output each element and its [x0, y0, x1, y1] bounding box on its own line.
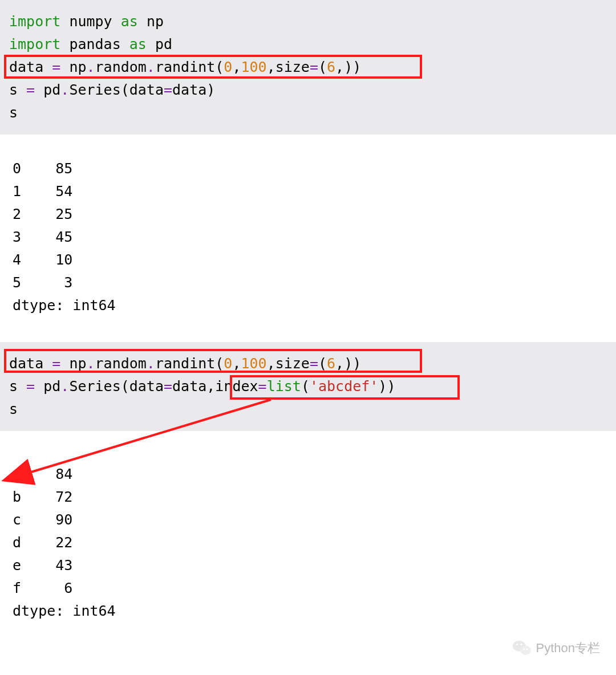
- series-value: 25: [55, 206, 72, 222]
- code-line: s = pd.Series(data=data,index=list('abcd…: [9, 375, 607, 398]
- var-data: data: [9, 355, 52, 372]
- code-line: s: [9, 101, 607, 124]
- code-cell-2: data = np.random.randint(0,100,size=(6,)…: [0, 342, 616, 431]
- size-kw: size: [275, 59, 310, 75]
- num-0: 0: [224, 59, 232, 75]
- series-index: b: [13, 489, 21, 505]
- code-line: import numpy as np: [9, 10, 607, 33]
- code-cell-1: import numpy as np import pandas as pd d…: [0, 0, 616, 135]
- op-eq: =: [26, 82, 35, 98]
- pd-ref: pd: [35, 378, 60, 395]
- alias-np: np: [147, 13, 164, 30]
- op-eq: =: [164, 378, 172, 395]
- dot: .: [60, 378, 69, 395]
- series-index: f: [13, 580, 21, 596]
- svg-point-5: [520, 646, 531, 655]
- output-row: 2 25: [13, 203, 603, 226]
- output-row: 1 54: [13, 180, 603, 203]
- dot: .: [86, 355, 95, 372]
- code-line: data = np.random.randint(0,100,size=(6,)…: [9, 352, 607, 375]
- comma: ,: [335, 59, 344, 75]
- paren: (: [301, 378, 310, 395]
- paren: )): [344, 355, 361, 372]
- series-value: 45: [55, 229, 72, 245]
- randint-fn: randint: [155, 59, 215, 75]
- watermark-text: Python专栏: [536, 638, 601, 658]
- num-6: 6: [327, 59, 335, 75]
- output-row: 4 10: [13, 249, 603, 271]
- series-index: 4: [13, 251, 21, 268]
- op-eq: =: [52, 59, 60, 75]
- output-row: 3 45: [13, 226, 603, 249]
- code-line: s: [9, 398, 607, 421]
- data-kw: data: [129, 378, 164, 395]
- module-pandas: pandas: [69, 36, 120, 52]
- kw-import: import: [9, 13, 60, 30]
- comma: ,: [335, 355, 344, 372]
- num-0: 0: [224, 355, 232, 372]
- size-kw: size: [275, 355, 310, 372]
- paren: ): [206, 82, 215, 98]
- output-dtype: dtype: int64: [13, 600, 603, 623]
- code-line: s = pd.Series(data=data): [9, 79, 607, 101]
- series-index: 5: [13, 274, 21, 291]
- data-val: data: [172, 82, 206, 98]
- series-value: 6: [55, 580, 72, 596]
- var-data: data: [9, 59, 52, 75]
- paren: )): [378, 378, 395, 395]
- np-ref: np: [60, 355, 86, 372]
- output-row: 5 3: [13, 271, 603, 294]
- paren: (: [318, 355, 327, 372]
- dot: .: [147, 59, 155, 75]
- output-row: f 6: [13, 577, 603, 600]
- paren: (: [215, 59, 224, 75]
- list-builtin: list: [267, 378, 301, 395]
- num-6: 6: [327, 355, 335, 372]
- svg-point-4: [520, 644, 522, 645]
- series-index: e: [13, 557, 21, 574]
- op-eq: =: [258, 378, 267, 395]
- output-cell-1: 0 85 1 54 2 25 3 45 4 10 5 3 dtype: int6…: [0, 135, 616, 327]
- kw-as: as: [129, 36, 147, 52]
- paren: (: [121, 82, 129, 98]
- op-eq: =: [26, 378, 35, 395]
- var-s: s: [9, 401, 18, 417]
- series-index: 2: [13, 206, 21, 222]
- num-100: 100: [241, 355, 266, 372]
- np-ref: np: [60, 59, 86, 75]
- var-s: s: [9, 104, 18, 121]
- svg-point-6: [523, 649, 525, 650]
- output-row: c 90: [13, 509, 603, 531]
- op-eq: =: [310, 355, 318, 372]
- var-s: s: [9, 378, 26, 395]
- paren: (: [215, 355, 224, 372]
- kw-as: as: [121, 13, 138, 30]
- num-100: 100: [241, 59, 266, 75]
- svg-point-3: [516, 644, 517, 645]
- wechat-icon: [512, 639, 532, 656]
- output-row: e 43: [13, 554, 603, 577]
- data-val: data: [172, 378, 206, 395]
- output-cell-2: a 84 b 72 c 90 d 22 e 43 f 6 dtype: int6…: [0, 431, 616, 633]
- pd-ref: pd: [35, 82, 60, 98]
- comma: ,: [267, 59, 275, 75]
- series-index: c: [13, 511, 21, 528]
- data-kw: data: [129, 82, 164, 98]
- series-value: 85: [55, 160, 72, 177]
- series-value: 72: [55, 489, 72, 505]
- var-s: s: [9, 82, 26, 98]
- series-value: 84: [55, 466, 72, 482]
- series-index: 3: [13, 229, 21, 245]
- svg-point-7: [526, 649, 528, 650]
- random-attr: random: [95, 59, 147, 75]
- random-attr: random: [95, 355, 147, 372]
- randint-fn: randint: [155, 355, 215, 372]
- op-eq: =: [310, 59, 318, 75]
- comma: ,: [232, 59, 241, 75]
- comma: ,: [267, 355, 275, 372]
- output-row: a 84: [13, 463, 603, 486]
- comma: ,: [232, 355, 241, 372]
- op-eq: =: [52, 355, 60, 372]
- paren: (: [121, 378, 129, 395]
- alias-pd: pd: [155, 36, 172, 52]
